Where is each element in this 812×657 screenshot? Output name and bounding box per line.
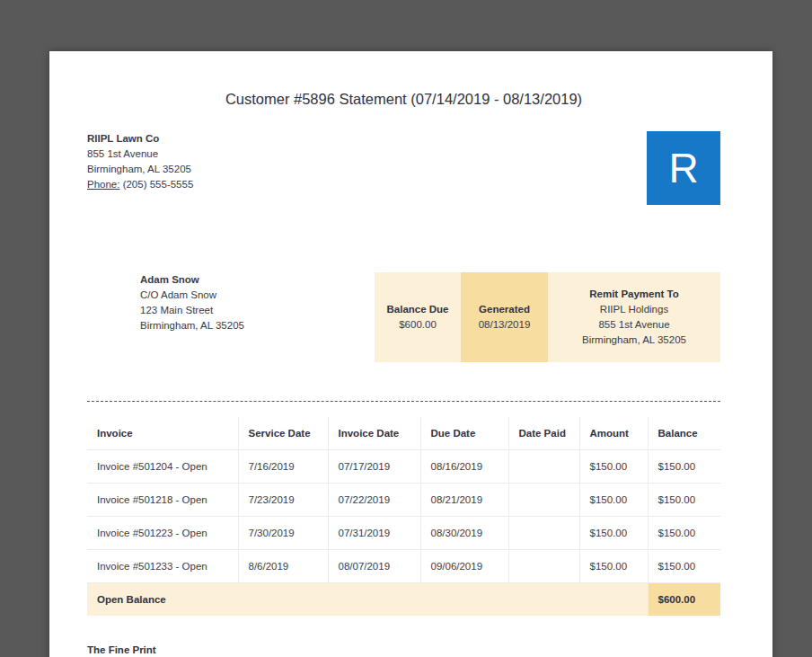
table-header-row: Invoice Service Date Invoice Date Due Da… bbox=[87, 417, 720, 450]
cell-due-date: 08/16/2019 bbox=[420, 450, 508, 484]
cell-amount: $150.00 bbox=[579, 550, 648, 583]
cell-date-paid bbox=[508, 450, 579, 484]
customer-line-3: Birmingham, AL 35205 bbox=[140, 318, 244, 333]
dashed-divider bbox=[87, 401, 720, 402]
company-address-line-2: Birmingham, AL 35205 bbox=[87, 162, 193, 177]
open-balance-label: Open Balance bbox=[87, 583, 648, 617]
balance-due-value: $600.00 bbox=[380, 317, 455, 333]
header-invoice-date: Invoice Date bbox=[328, 417, 420, 450]
page-title: Customer #5896 Statement (07/14/2019 - 0… bbox=[87, 91, 720, 108]
customer-line-1: C/O Adam Snow bbox=[140, 288, 244, 303]
cell-invoice-date: 07/31/2019 bbox=[328, 517, 420, 550]
cell-balance: $150.00 bbox=[648, 450, 720, 484]
billing-summary-row: Adam Snow C/O Adam Snow 123 Main Street … bbox=[87, 272, 720, 362]
header-invoice: Invoice bbox=[87, 417, 238, 450]
cell-service-date: 8/6/2019 bbox=[238, 550, 328, 583]
phone-number: (205) 555-5555 bbox=[119, 179, 193, 190]
cell-service-date: 7/23/2019 bbox=[238, 484, 328, 517]
cell-service-date: 7/16/2019 bbox=[238, 450, 328, 484]
balance-due-label: Balance Due bbox=[380, 302, 455, 317]
company-logo: R bbox=[647, 131, 720, 205]
balance-due-cell: Balance Due $600.00 bbox=[375, 272, 461, 362]
header-date-paid: Date Paid bbox=[508, 417, 579, 450]
company-address-line-1: 855 1st Avenue bbox=[87, 146, 193, 162]
cell-balance: $150.00 bbox=[648, 484, 720, 517]
statement-page: Customer #5896 Statement (07/14/2019 - 0… bbox=[49, 51, 772, 657]
header-balance: Balance bbox=[648, 417, 720, 450]
cell-service-date: 7/30/2019 bbox=[238, 517, 328, 550]
cell-balance: $150.00 bbox=[648, 550, 720, 583]
cell-balance: $150.00 bbox=[648, 517, 720, 550]
cell-amount: $150.00 bbox=[579, 450, 648, 484]
invoice-table: Invoice Service Date Invoice Date Due Da… bbox=[87, 417, 720, 616]
table-row: Invoice #501233 - Open 8/6/2019 08/07/20… bbox=[87, 550, 720, 583]
cell-date-paid bbox=[508, 517, 579, 550]
remit-line-3: Birmingham, AL 35205 bbox=[553, 333, 715, 348]
cell-amount: $150.00 bbox=[579, 517, 648, 550]
cell-invoice-date: 08/07/2019 bbox=[328, 550, 420, 583]
summary-strip: Balance Due $600.00 Generated 08/13/2019… bbox=[375, 272, 720, 362]
customer-block: Adam Snow C/O Adam Snow 123 Main Street … bbox=[140, 272, 244, 333]
fine-print-title: The Fine Print bbox=[87, 644, 720, 655]
open-balance-value: $600.00 bbox=[648, 583, 720, 617]
cell-invoice: Invoice #501218 - Open bbox=[87, 484, 238, 517]
header-row: RIIPL Lawn Co 855 1st Avenue Birmingham,… bbox=[87, 131, 720, 205]
header-due-date: Due Date bbox=[420, 417, 508, 450]
company-phone-line: Phone: (205) 555-5555 bbox=[87, 177, 193, 192]
cell-invoice: Invoice #501223 - Open bbox=[87, 517, 238, 550]
cell-invoice: Invoice #501233 - Open bbox=[87, 550, 238, 583]
header-service-date: Service Date bbox=[238, 417, 328, 450]
generated-value: 08/13/2019 bbox=[466, 317, 543, 333]
remit-line-1: RIIPL Holdings bbox=[553, 302, 715, 317]
cell-due-date: 08/30/2019 bbox=[420, 517, 508, 550]
cell-amount: $150.00 bbox=[579, 484, 648, 517]
remit-payment-cell: Remit Payment To RIIPL Holdings 855 1st … bbox=[548, 272, 720, 362]
cell-invoice: Invoice #501204 - Open bbox=[87, 450, 238, 484]
generated-label: Generated bbox=[466, 302, 543, 317]
remit-line-2: 855 1st Avenue bbox=[553, 317, 715, 333]
cell-invoice-date: 07/17/2019 bbox=[328, 450, 420, 484]
header-amount: Amount bbox=[579, 417, 648, 450]
generated-cell: Generated 08/13/2019 bbox=[461, 272, 548, 362]
customer-line-2: 123 Main Street bbox=[140, 303, 244, 318]
cell-due-date: 08/21/2019 bbox=[420, 484, 508, 517]
table-footer-row: Open Balance $600.00 bbox=[87, 583, 720, 617]
company-name: RIIPL Lawn Co bbox=[87, 131, 193, 146]
logo-letter: R bbox=[668, 144, 698, 192]
company-block: RIIPL Lawn Co 855 1st Avenue Birmingham,… bbox=[87, 131, 193, 192]
cell-due-date: 09/06/2019 bbox=[420, 550, 508, 583]
table-row: Invoice #501223 - Open 7/30/2019 07/31/2… bbox=[87, 517, 720, 550]
cell-date-paid bbox=[508, 550, 579, 583]
cell-invoice-date: 07/22/2019 bbox=[328, 484, 420, 517]
table-row: Invoice #501218 - Open 7/23/2019 07/22/2… bbox=[87, 484, 720, 517]
phone-label: Phone: bbox=[87, 179, 119, 190]
customer-name: Adam Snow bbox=[140, 272, 244, 288]
table-row: Invoice #501204 - Open 7/16/2019 07/17/2… bbox=[87, 450, 720, 484]
remit-label: Remit Payment To bbox=[553, 287, 715, 302]
cell-date-paid bbox=[508, 484, 579, 517]
